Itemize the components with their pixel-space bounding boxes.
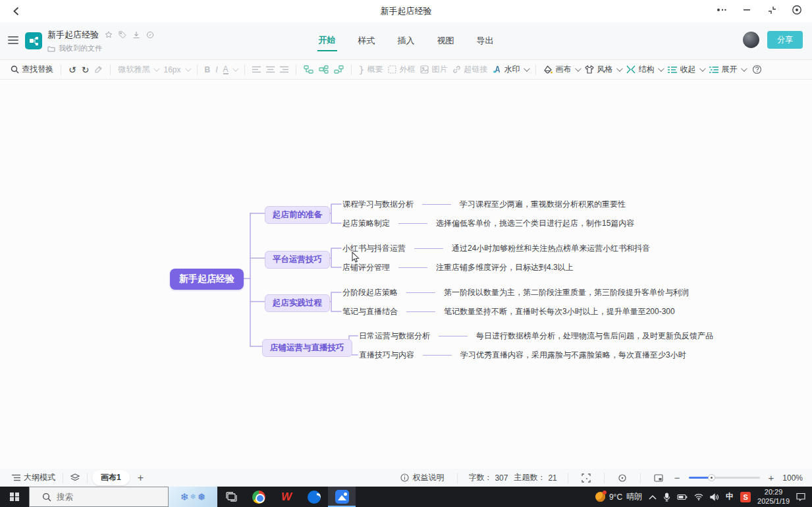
zoom-slider-handle[interactable] (708, 474, 715, 481)
fit-screen-button[interactable] (579, 471, 593, 485)
record-icon[interactable] (791, 4, 803, 16)
tab-style[interactable]: 样式 (357, 31, 377, 51)
menu-icon[interactable] (8, 36, 18, 44)
tab-start[interactable]: 开始 (317, 30, 337, 51)
help-button[interactable] (749, 63, 765, 76)
subtopic-label[interactable]: 直播技巧与内容 (359, 350, 414, 361)
word-count-label: 字数： (468, 472, 492, 483)
branch-node-2[interactable]: 平台运营技巧 (265, 251, 330, 269)
volume-tray[interactable] (710, 493, 719, 501)
subtopic-note[interactable]: 通过24小时加够粉丝和关注热点榜单来运营小红书和抖音 (452, 243, 650, 254)
subtopic-label[interactable]: 日常运营与数据分析 (359, 331, 430, 342)
notification-center-button[interactable] (796, 493, 805, 501)
browser-app[interactable] (300, 487, 328, 507)
mindmap-canvas[interactable]: 新手起店经验 起店前的准备 平台运营技巧 起店实践过程 店铺运营与直播技巧 课程… (0, 80, 812, 469)
branch-node-4[interactable]: 店铺运营与直播技巧 (262, 339, 352, 357)
subtopic-label[interactable]: 分阶段起店策略 (342, 287, 398, 298)
subtopic-note[interactable]: 笔记数量坚持不断，直播时长每次3小时以上，提升单量至200-300 (444, 306, 675, 317)
subtopic-label[interactable]: 笔记与直播结合 (342, 306, 398, 317)
hidden-icons-button[interactable] (649, 494, 657, 500)
wifi-tray[interactable] (694, 493, 703, 500)
insert-topic-button[interactable] (301, 63, 316, 76)
expand-button[interactable]: 展开 (707, 62, 748, 77)
insert-parent-topic-button[interactable] (331, 63, 346, 76)
word-count-value: 307 (495, 473, 508, 483)
ime-indicator[interactable]: 中 (726, 491, 734, 502)
document-location[interactable]: 我收到的文件 (59, 43, 102, 53)
zoom-slider[interactable] (689, 477, 760, 479)
insert-image-button[interactable]: 图片 (418, 62, 450, 77)
minimize-icon[interactable] (741, 4, 753, 16)
outer-frame-button[interactable]: 外框 (385, 62, 418, 77)
chrome-app[interactable] (245, 487, 273, 507)
tab-view[interactable]: 视图 (436, 31, 456, 51)
structure-button[interactable]: 结构 (624, 62, 665, 77)
taskbar-clock[interactable]: 20:29 2025/1/19 (757, 488, 790, 506)
branch-node-3[interactable]: 起店实践过程 (265, 294, 330, 312)
bold-button[interactable]: B (202, 63, 213, 76)
tab-insert[interactable]: 插入 (396, 31, 416, 51)
wps-icon: W (281, 491, 292, 504)
align-right-button[interactable] (277, 64, 291, 75)
subtopic-note[interactable]: 学习课程至少两遍，重视数据分析积累的重要性 (460, 199, 626, 210)
branch-node-1[interactable]: 起店前的准备 (265, 206, 330, 224)
align-left-button[interactable] (250, 64, 263, 75)
subtopic-label[interactable]: 课程学习与数据分析 (342, 199, 414, 210)
subtopic-note[interactable]: 学习优秀直播内容，采用露脸与不露脸策略，每次直播至少3小时 (460, 350, 686, 361)
hyperlink-button[interactable]: 超链接 (450, 62, 490, 77)
summary-button[interactable]: } 概要 (356, 62, 386, 77)
favorite-star-icon[interactable] (105, 31, 113, 39)
locate-center-button[interactable] (615, 471, 630, 485)
style-button[interactable]: 风格 (582, 62, 624, 77)
mindmap-app[interactable] (328, 487, 356, 507)
more-options-icon[interactable] (716, 4, 728, 16)
italic-button[interactable]: I (213, 63, 220, 76)
find-replace-button[interactable]: 查找替换 (8, 62, 56, 77)
taskbar-search[interactable] (29, 487, 169, 507)
insert-subtopic-button[interactable] (316, 63, 331, 76)
start-button[interactable] (0, 487, 29, 507)
rename-icon[interactable] (146, 31, 154, 39)
font-family-select[interactable]: 微软雅黑 (115, 62, 161, 77)
avatar[interactable] (743, 32, 759, 48)
redo-button[interactable]: ↻ (79, 63, 92, 76)
zoom-out-button[interactable]: − (672, 470, 683, 485)
subtopic-note[interactable]: 注重店铺多维度评分，目标达到4.3以上 (436, 262, 574, 273)
subtopic-label[interactable]: 店铺评分管理 (342, 262, 390, 273)
subtopic-label[interactable]: 起店策略制定 (342, 218, 390, 229)
subtopic-row: 课程学习与数据分析 学习课程至少两遍，重视数据分析积累的重要性 (342, 198, 626, 210)
microphone-tray[interactable] (663, 493, 670, 502)
undo-button[interactable]: ↺ (66, 63, 79, 76)
subtopic-note[interactable]: 每日进行数据榜单分析，处理物流与售后问题，及时更新负反馈产品 (476, 331, 713, 342)
add-canvas-button[interactable]: + (135, 470, 146, 486)
subtopic-note[interactable]: 第一阶段以数量为主，第二阶段注重质量，第三阶段提升客单价与利润 (444, 287, 689, 298)
mindmap-root-node[interactable]: 新手起店经验 (170, 269, 244, 290)
rights-button[interactable]: 权益说明 (398, 470, 447, 485)
tshirt-icon (585, 65, 594, 74)
watermark-button[interactable]: 水印 (490, 62, 531, 77)
font-size-select[interactable]: 16px (161, 63, 192, 76)
weather-widget[interactable]: ❄ ❄ ❅ (169, 487, 217, 507)
font-color-button[interactable]: A (221, 63, 240, 76)
weather-tray[interactable]: 9°C 晴朗 (595, 491, 642, 502)
wps-app[interactable]: W (273, 487, 300, 507)
outline-mode-button[interactable]: 大纲模式 (9, 470, 58, 485)
task-view-button[interactable] (217, 487, 245, 507)
canvas-tab[interactable]: 画布1 (92, 470, 130, 485)
collapse-button[interactable]: 收起 (665, 62, 707, 77)
share-button[interactable]: 分享 (767, 31, 803, 49)
align-center-button[interactable] (263, 64, 277, 75)
tab-export[interactable]: 导出 (475, 31, 495, 51)
minimap-button[interactable] (651, 472, 666, 484)
format-painter-button[interactable] (92, 63, 105, 76)
battery-tray[interactable] (677, 494, 688, 500)
layers-button[interactable] (68, 471, 82, 484)
search-input[interactable] (57, 493, 155, 502)
download-icon[interactable] (132, 31, 140, 39)
subtopic-note[interactable]: 选择偏低客单价，挑选三个类目进行起店，制作15篇内容 (436, 218, 634, 229)
sogou-ime-icon[interactable]: S (740, 492, 751, 502)
canvas-button[interactable]: 画布 (541, 62, 582, 77)
restore-icon[interactable] (766, 4, 778, 16)
zoom-in-button[interactable]: + (766, 470, 777, 485)
tag-icon[interactable] (119, 31, 126, 39)
